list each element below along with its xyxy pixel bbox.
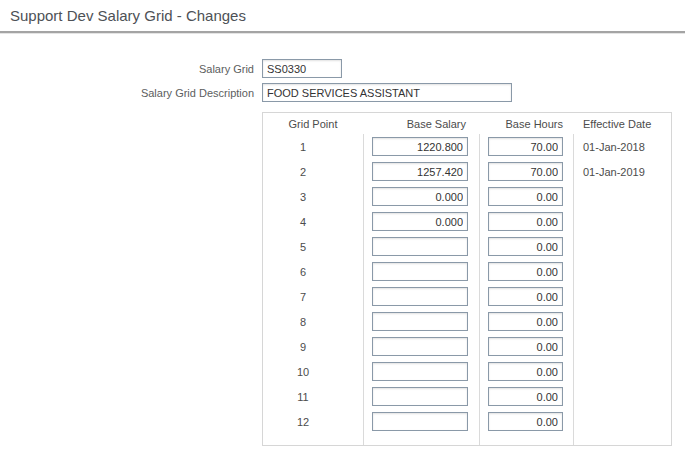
grid-point-value: 3	[300, 191, 306, 203]
base-hours-input[interactable]	[488, 412, 563, 431]
table-row: 12	[263, 409, 671, 434]
salary-grid-table: Grid Point Base Salary Base Hours Effect…	[262, 112, 672, 446]
base-salary-input[interactable]	[372, 262, 468, 281]
grid-point-value: 5	[300, 241, 306, 253]
base-hours-input[interactable]	[488, 337, 563, 356]
base-hours-input[interactable]	[488, 237, 563, 256]
grid-point-cell: 10	[263, 366, 363, 378]
base-hours-input[interactable]	[488, 387, 563, 406]
base-salary-input[interactable]	[372, 187, 468, 206]
table-row: 9	[263, 334, 671, 359]
base-salary-input[interactable]	[372, 287, 468, 306]
base-salary-input[interactable]	[372, 387, 468, 406]
grid-point-cell: 11	[263, 391, 363, 403]
base-salary-cell	[363, 287, 479, 307]
table-row: 7	[263, 284, 671, 309]
base-salary-cell	[363, 187, 479, 207]
grid-point-value: 1	[300, 141, 306, 153]
salary-grid-description-input[interactable]	[262, 83, 512, 102]
base-salary-input[interactable]	[372, 137, 468, 156]
effective-date-value: 01-Jan-2019	[583, 166, 645, 178]
header-divider	[0, 31, 685, 34]
table-row: 10	[263, 359, 671, 384]
salary-grid-label: Salary Grid	[0, 63, 262, 75]
base-hours-cell	[479, 412, 573, 432]
column-header-base-salary: Base Salary	[363, 118, 479, 130]
base-hours-input[interactable]	[488, 187, 563, 206]
grid-point-value: 7	[300, 291, 306, 303]
base-hours-cell	[479, 237, 573, 257]
salary-grid-description-label: Salary Grid Description	[0, 87, 262, 99]
column-header-grid-point: Grid Point	[263, 118, 363, 130]
base-salary-input[interactable]	[372, 237, 468, 256]
base-hours-input[interactable]	[488, 137, 563, 156]
base-salary-cell	[363, 212, 479, 232]
grid-point-value: 11	[297, 391, 308, 403]
column-header-base-hours: Base Hours	[479, 118, 573, 130]
grid-point-cell: 2	[263, 166, 363, 178]
base-salary-cell	[363, 362, 479, 382]
base-hours-cell	[479, 387, 573, 407]
effective-date-value: 01-Jan-2018	[583, 141, 645, 153]
base-hours-input[interactable]	[488, 162, 563, 181]
grid-point-cell: 6	[263, 266, 363, 278]
base-hours-cell	[479, 262, 573, 282]
base-hours-cell	[479, 287, 573, 307]
grid-point-value: 10	[297, 366, 309, 378]
base-salary-input[interactable]	[372, 312, 468, 331]
base-hours-input[interactable]	[488, 362, 563, 381]
base-hours-input[interactable]	[488, 312, 563, 331]
column-header-effective-date: Effective Date	[573, 118, 671, 130]
base-salary-cell	[363, 312, 479, 332]
base-hours-input[interactable]	[488, 287, 563, 306]
column-separator	[479, 134, 480, 445]
base-salary-cell	[363, 262, 479, 282]
base-hours-input[interactable]	[488, 212, 563, 231]
salary-grid-description-field-row: Salary Grid Description	[0, 83, 512, 102]
grid-point-cell: 5	[263, 241, 363, 253]
grid-point-value: 9	[300, 341, 306, 353]
salary-grid-input[interactable]	[262, 59, 342, 78]
page: Support Dev Salary Grid - Changes Salary…	[0, 0, 685, 452]
grid-point-cell: 9	[263, 341, 363, 353]
base-salary-input[interactable]	[372, 362, 468, 381]
base-hours-cell	[479, 337, 573, 357]
grid-point-cell: 12	[263, 416, 363, 428]
base-hours-cell	[479, 187, 573, 207]
base-salary-input[interactable]	[372, 337, 468, 356]
base-hours-cell	[479, 137, 573, 157]
effective-date-cell: 01-Jan-2018	[573, 141, 671, 153]
grid-point-cell: 3	[263, 191, 363, 203]
table-row: 5	[263, 234, 671, 259]
base-salary-cell	[363, 162, 479, 182]
table-row: 6	[263, 259, 671, 284]
grid-point-cell: 7	[263, 291, 363, 303]
base-hours-cell	[479, 312, 573, 332]
column-separator	[363, 134, 364, 445]
table-header-row: Grid Point Base Salary Base Hours Effect…	[263, 113, 671, 134]
base-salary-cell	[363, 337, 479, 357]
base-salary-input[interactable]	[372, 212, 468, 231]
table-row: 8	[263, 309, 671, 334]
grid-point-value: 2	[300, 166, 306, 178]
grid-point-value: 12	[297, 416, 309, 428]
grid-point-value: 6	[300, 266, 306, 278]
salary-grid-field-row: Salary Grid	[0, 59, 342, 78]
base-salary-cell	[363, 387, 479, 407]
base-hours-cell	[479, 212, 573, 232]
table-row: 3	[263, 184, 671, 209]
grid-point-value: 4	[300, 216, 306, 228]
base-hours-input[interactable]	[488, 262, 563, 281]
table-row: 11	[263, 384, 671, 409]
grid-point-cell: 4	[263, 216, 363, 228]
base-salary-input[interactable]	[372, 162, 468, 181]
table-row: 1 01-Jan-2018	[263, 134, 671, 159]
table-row: 2 01-Jan-2019	[263, 159, 671, 184]
effective-date-cell: 01-Jan-2019	[573, 166, 671, 178]
table-body: 1 01-Jan-2018 2 01-Jan-2019 3	[263, 134, 671, 445]
base-salary-cell	[363, 237, 479, 257]
table-row: 4	[263, 209, 671, 234]
base-salary-cell	[363, 412, 479, 432]
page-title: Support Dev Salary Grid - Changes	[10, 7, 246, 24]
base-salary-input[interactable]	[372, 412, 468, 431]
